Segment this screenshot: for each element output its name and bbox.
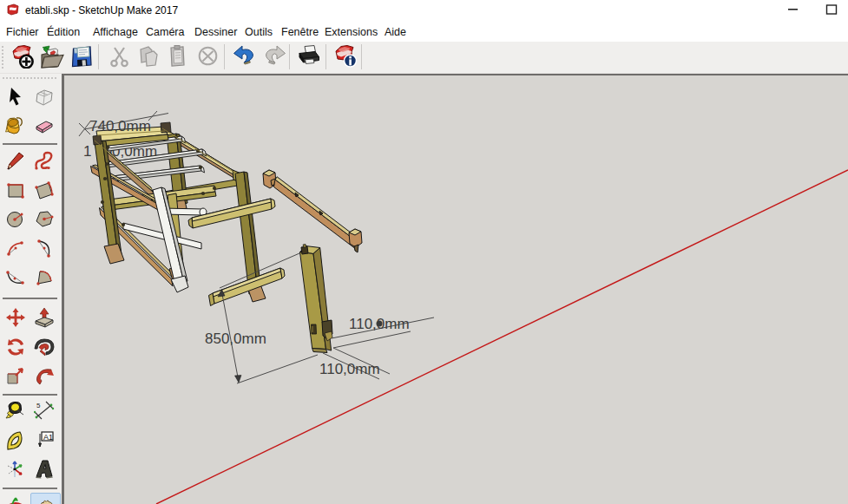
svg-text:A1: A1 — [43, 433, 53, 442]
svg-text:110,0mm: 110,0mm — [349, 316, 410, 332]
svg-text:110,0mm: 110,0mm — [319, 361, 380, 377]
svg-text:740,0mm: 740,0mm — [89, 118, 151, 134]
svg-text:850,0mm: 850,0mm — [205, 331, 266, 347]
svg-text:5: 5 — [36, 402, 41, 409]
